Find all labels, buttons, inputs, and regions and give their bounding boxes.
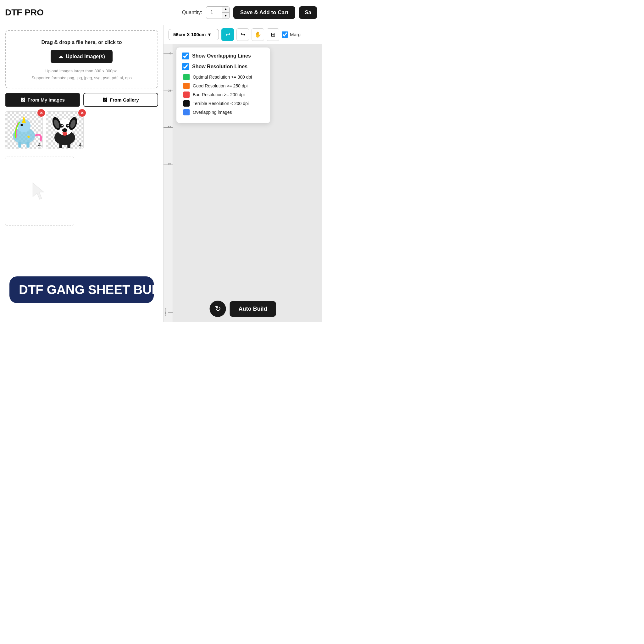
app-logo: DTF PRO <box>5 8 182 18</box>
main-layout: Drag & drop a file here, or click to ☁ U… <box>0 25 322 322</box>
from-gallery-label: From Gallery <box>110 97 139 103</box>
legend-overlapping-text: Overlapping images <box>193 110 232 115</box>
overlapping-lines-checkbox[interactable] <box>182 53 189 59</box>
svg-point-16 <box>67 125 69 126</box>
unicorn-count: 4 <box>38 142 41 147</box>
unicorn-svg: ★ <box>5 112 42 149</box>
tick-25 <box>164 91 173 91</box>
pan-button[interactable]: ✋ <box>252 28 264 41</box>
legend-overlapping-dot <box>183 109 190 115</box>
redo-button[interactable]: ↪ <box>236 28 249 41</box>
legend-optimal-text: Optimal Resolution >= 300 dpi <box>193 75 252 80</box>
settings-dropdown: Show Overlapping Lines Show Resolution L… <box>176 47 270 123</box>
legend-terrible-text: Terrible Resolution < 200 dpi <box>193 101 249 106</box>
upload-button[interactable]: ☁ Upload Image(s) <box>51 50 112 63</box>
grid-icon: ⊞ <box>271 31 275 38</box>
save-button[interactable]: Sa <box>299 6 317 19</box>
legend-terrible-dot <box>183 100 190 107</box>
legend-optimal: Optimal Resolution >= 300 dpi <box>182 74 264 80</box>
from-my-images-label: From My Images <box>28 97 65 103</box>
upload-label: Upload Image(s) <box>66 54 105 59</box>
upload-zone-text: Drag & drop a file here, or click to <box>11 40 153 45</box>
margins-label: Marg <box>290 32 301 37</box>
size-label: 56cm X 100cm <box>173 32 206 37</box>
gang-sheet-banner: DTF GANG SHEET BUILDER <box>9 276 154 303</box>
vertical-ruler: 0 25 50 75 100 cm <box>164 44 173 322</box>
canvas-main[interactable]: Show Overlapping Lines Show Resolution L… <box>173 44 322 322</box>
quantity-input[interactable] <box>206 10 222 15</box>
svg-point-17 <box>62 128 68 132</box>
quantity-label: Quantity: <box>182 10 202 15</box>
from-my-images-button[interactable]: 🖼 From My Images <box>5 93 80 107</box>
undo-button[interactable]: ↩ <box>221 28 234 41</box>
canvas-placeholder <box>5 157 74 226</box>
thumbnail-dog[interactable]: ✕ 4 <box>46 111 84 149</box>
thumbnail-unicorn[interactable]: ★ ✕ 4 <box>5 111 43 149</box>
cursor-icon <box>30 182 49 201</box>
legend-good: Good Resolution >= 250 dpi <box>182 83 264 89</box>
tick-0 <box>164 53 173 54</box>
resolution-lines-row: Show Resolution Lines <box>182 63 264 70</box>
canvas-area: 0 25 50 75 100 cm Show Overla <box>164 44 322 322</box>
quantity-up[interactable]: ▲ <box>222 6 229 13</box>
canvas-toolbar: 56cm X 100cm ▾ ↩ ↪ ✋ ⊞ Marg <box>164 25 322 44</box>
resolution-lines-checkbox[interactable] <box>182 63 189 70</box>
svg-rect-19 <box>59 144 62 148</box>
legend-bad-text: Bad Resolution >= 200 dpi <box>193 92 245 97</box>
tick-100 <box>168 312 173 313</box>
redo-icon: ↪ <box>241 31 245 38</box>
svg-marker-21 <box>33 183 44 199</box>
dog-svg <box>46 112 83 149</box>
legend-good-text: Good Resolution >= 250 dpi <box>193 83 247 88</box>
svg-point-3 <box>20 124 23 126</box>
bottom-toolbar: ↻ Auto Build <box>210 301 276 317</box>
overlapping-lines-row: Show Overlapping Lines <box>182 53 264 59</box>
upload-hint1: Upload images larger than 300 x 300px. S… <box>11 68 153 81</box>
refresh-icon: ↻ <box>215 304 221 313</box>
save-cart-button[interactable]: Save & Add to Cart <box>233 6 295 19</box>
svg-rect-5 <box>26 142 29 148</box>
svg-rect-4 <box>18 142 21 148</box>
quantity-down[interactable]: ▼ <box>222 13 229 19</box>
size-select[interactable]: 56cm X 100cm ▾ <box>169 29 219 40</box>
ruler-cm-label: 100 cm <box>164 308 167 316</box>
grid-button[interactable]: ⊞ <box>267 28 279 41</box>
my-images-icon: 🖼 <box>20 97 25 103</box>
svg-marker-2 <box>22 115 26 123</box>
svg-point-15 <box>61 125 63 126</box>
dog-count: 4 <box>79 142 81 147</box>
from-gallery-button[interactable]: 🖼 From Gallery <box>83 93 158 107</box>
remove-unicorn-button[interactable]: ✕ <box>37 109 45 117</box>
svg-rect-20 <box>67 144 70 148</box>
app-header: DTF PRO Quantity: ▲ ▼ Save & Add to Cart… <box>0 0 322 25</box>
overlapping-lines-label: Show Overlapping Lines <box>192 53 251 59</box>
auto-build-button[interactable]: Auto Build <box>230 301 276 317</box>
legend-terrible: Terrible Resolution < 200 dpi <box>182 100 264 107</box>
upload-zone[interactable]: Drag & drop a file here, or click to ☁ U… <box>5 30 158 88</box>
undo-icon: ↩ <box>225 31 230 38</box>
quantity-input-wrap: ▲ ▼ <box>206 6 230 19</box>
upload-icon: ☁ <box>58 53 63 59</box>
refresh-button[interactable]: ↻ <box>210 301 226 317</box>
chevron-down-icon: ▾ <box>208 32 211 37</box>
tick-50 <box>164 127 173 128</box>
resolution-lines-label: Show Resolution Lines <box>192 64 247 69</box>
legend-bad-dot <box>183 92 190 98</box>
right-panel: 56cm X 100cm ▾ ↩ ↪ ✋ ⊞ Marg <box>164 25 322 322</box>
header-right: Quantity: ▲ ▼ Save & Add to Cart Sa <box>182 6 317 19</box>
image-thumbnails: ★ ✕ 4 <box>5 111 158 149</box>
legend-good-dot <box>183 83 190 89</box>
svg-text:★: ★ <box>27 134 31 139</box>
svg-point-18 <box>63 132 67 136</box>
margins-checkbox[interactable] <box>282 31 288 38</box>
gang-sheet-title: DTF GANG SHEET BUILDER <box>19 283 144 297</box>
legend-overlapping: Overlapping images <box>182 109 264 115</box>
image-source-buttons: 🖼 From My Images 🖼 From Gallery <box>5 93 158 107</box>
left-panel: Drag & drop a file here, or click to ☁ U… <box>0 25 164 322</box>
pan-icon: ✋ <box>254 31 261 38</box>
remove-dog-button[interactable]: ✕ <box>78 109 86 117</box>
margins-toggle[interactable]: Marg <box>282 31 301 38</box>
legend-bad: Bad Resolution >= 200 dpi <box>182 92 264 98</box>
gallery-icon: 🖼 <box>103 97 107 103</box>
quantity-spinners: ▲ ▼ <box>222 6 229 19</box>
